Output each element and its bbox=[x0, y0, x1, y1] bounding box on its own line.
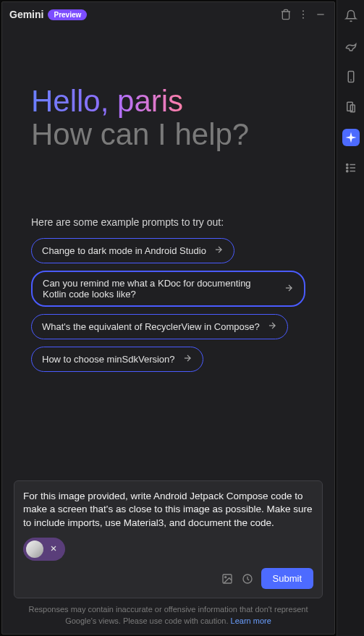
running-devices-icon[interactable] bbox=[342, 98, 360, 116]
svg-point-0 bbox=[302, 10, 304, 12]
gemini-panel: Gemini Preview Hello, paris How can I he… bbox=[1, 1, 335, 635]
greeting: Hello, paris bbox=[31, 85, 305, 118]
arrow-right-icon bbox=[267, 321, 277, 333]
example-prompts-label: Here are some example prompts to try out… bbox=[31, 216, 305, 228]
arrow-right-icon bbox=[284, 283, 294, 295]
example-chip[interactable]: What's the equivalent of RecyclerView in… bbox=[31, 314, 288, 339]
gradle-icon[interactable] bbox=[342, 38, 360, 55]
greeting-hello: Hello, bbox=[31, 84, 109, 118]
preview-badge: Preview bbox=[48, 9, 87, 20]
disclaimer: Responses may contain inaccurate or offe… bbox=[2, 598, 334, 634]
chip-label: How to choose minSdkVersion? bbox=[42, 354, 175, 365]
list-icon[interactable] bbox=[342, 159, 360, 177]
attachment-thumbnail[interactable] bbox=[26, 540, 43, 558]
greeting-subtitle: How can I help? bbox=[31, 118, 305, 151]
example-chip[interactable]: How to choose minSdkVersion? bbox=[31, 347, 203, 372]
learn-more-link[interactable]: Learn more bbox=[231, 616, 271, 625]
content-area: Hello, paris How can I help? Here are so… bbox=[2, 27, 334, 480]
trash-icon[interactable] bbox=[279, 8, 292, 21]
input-footer: Submit bbox=[23, 568, 313, 589]
gemini-icon[interactable] bbox=[342, 129, 360, 146]
header: Gemini Preview bbox=[2, 2, 334, 27]
image-icon[interactable] bbox=[221, 572, 234, 585]
svg-point-19 bbox=[346, 167, 347, 169]
minimize-icon[interactable] bbox=[314, 8, 327, 21]
panel-title: Gemini bbox=[9, 9, 43, 20]
svg-point-2 bbox=[302, 17, 304, 19]
greeting-name: paris bbox=[117, 84, 183, 118]
svg-point-21 bbox=[346, 170, 347, 171]
close-icon[interactable] bbox=[48, 543, 59, 556]
more-icon[interactable] bbox=[297, 8, 310, 21]
arrow-right-icon bbox=[182, 353, 192, 365]
prompt-input[interactable]: For this image provided, write Android J… bbox=[23, 490, 313, 531]
chip-label: What's the equivalent of RecyclerView in… bbox=[42, 321, 260, 332]
example-chip[interactable]: Change to dark mode in Android Studio bbox=[31, 238, 234, 263]
chip-label: Change to dark mode in Android Studio bbox=[42, 245, 206, 256]
svg-point-1 bbox=[302, 14, 304, 15]
example-chip[interactable]: Can you remind me what a KDoc for docume… bbox=[31, 271, 305, 307]
right-toolbar bbox=[337, 0, 364, 636]
prompt-input-area: For this image provided, write Android J… bbox=[14, 480, 323, 599]
device-manager-icon[interactable] bbox=[342, 68, 360, 85]
notifications-icon[interactable] bbox=[342, 7, 360, 25]
svg-point-17 bbox=[346, 164, 347, 165]
example-chips: Change to dark mode in Android Studio Ca… bbox=[31, 238, 305, 372]
attachment-chip bbox=[23, 538, 65, 561]
svg-point-11 bbox=[224, 576, 226, 577]
submit-button[interactable]: Submit bbox=[261, 568, 313, 589]
history-icon[interactable] bbox=[241, 572, 254, 585]
arrow-right-icon bbox=[213, 245, 224, 257]
chip-label: Can you remind me what a KDoc for docume… bbox=[43, 278, 276, 300]
